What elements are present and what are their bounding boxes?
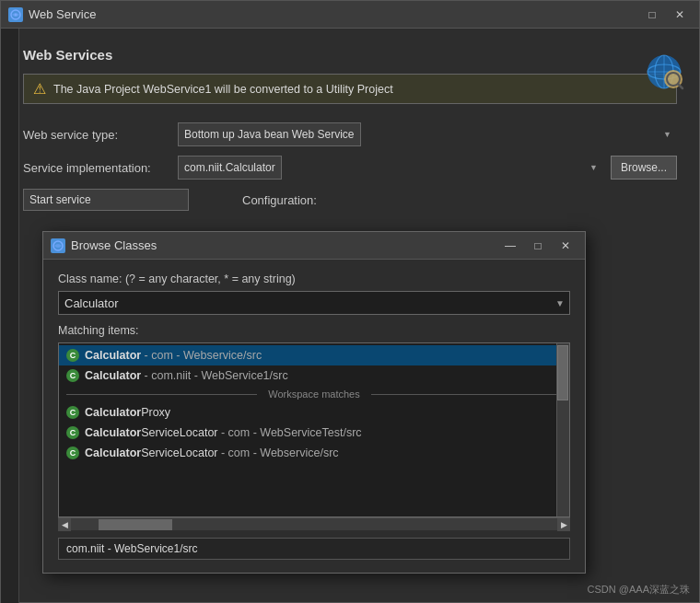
result-text: CalculatorServiceLocator - com - WebServ… bbox=[85, 426, 362, 439]
main-content: Web Services ⚠ The Java Project WebServi… bbox=[1, 29, 699, 229]
result-item[interactable]: C CalculatorServiceLocator - com - WebSe… bbox=[59, 423, 569, 443]
dialog-close-button[interactable]: ✕ bbox=[554, 237, 578, 255]
vertical-scrollbar-track bbox=[556, 343, 569, 516]
bottom-selected-item: com.niit - WebService1/src bbox=[58, 538, 570, 560]
class-name-input[interactable] bbox=[58, 291, 570, 315]
results-container: C Calculator - com - Webservice/src C Ca… bbox=[58, 342, 570, 517]
config-area: Configuration: bbox=[23, 189, 677, 211]
result-text: CalculatorServiceLocator - com - Webserv… bbox=[85, 446, 339, 459]
result-text: Calculator - com - Webservice/src bbox=[85, 349, 262, 362]
service-impl-wrapper: com.niit.Calculator bbox=[178, 156, 603, 180]
warning-icon: ⚠ bbox=[33, 80, 46, 98]
sidebar-strip bbox=[1, 29, 19, 603]
service-impl-row: Service implementation: com.niit.Calcula… bbox=[23, 156, 677, 180]
matching-items-label: Matching items: bbox=[58, 324, 570, 337]
web-service-type-wrapper: Bottom up Java bean Web Service bbox=[178, 122, 677, 146]
vertical-scrollbar-thumb[interactable] bbox=[557, 345, 568, 400]
section-title: Web Services bbox=[23, 47, 677, 63]
main-title-controls: □ ✕ bbox=[640, 6, 692, 24]
result-text: Calculator - com.niit - WebService1/src bbox=[85, 369, 288, 382]
class-name-label: Class name: (? = any character, * = any … bbox=[58, 273, 570, 285]
web-service-type-select[interactable]: Bottom up Java bean Web Service bbox=[178, 122, 361, 146]
service-impl-label: Service implementation: bbox=[23, 161, 170, 175]
scroll-right-button[interactable]: ▶ bbox=[557, 518, 570, 531]
warning-text: The Java Project WebService1 will be con… bbox=[53, 83, 393, 96]
close-button[interactable]: ✕ bbox=[668, 6, 692, 24]
result-icon: C bbox=[66, 446, 79, 459]
main-title-bar: Web Service □ ✕ bbox=[1, 1, 699, 29]
svg-line-9 bbox=[678, 84, 682, 88]
svg-point-1 bbox=[15, 13, 18, 16]
dialog-minimize-button[interactable]: — bbox=[498, 237, 522, 255]
dialog-content: Class name: (? = any character, * = any … bbox=[43, 260, 585, 573]
input-dropdown-arrow: ▼ bbox=[555, 298, 565, 308]
results-list: C Calculator - com - Webservice/src C Ca… bbox=[59, 343, 569, 516]
result-icon: C bbox=[66, 369, 79, 382]
horizontal-scrollbar-thumb[interactable] bbox=[99, 519, 172, 530]
horizontal-scrollbar-track bbox=[71, 518, 557, 530]
main-title-icon bbox=[8, 7, 23, 22]
result-item[interactable]: C Calculator - com.niit - WebService1/sr… bbox=[59, 365, 569, 386]
workspace-separator: Workspace matches bbox=[59, 386, 569, 402]
scroll-left-button[interactable]: ◀ bbox=[58, 518, 71, 531]
main-window: Web Service □ ✕ Web Services ⚠ The Java … bbox=[0, 0, 700, 603]
main-title-text: Web Service bbox=[29, 7, 96, 21]
dialog-title-bar: Browse Classes — □ ✕ bbox=[43, 232, 585, 260]
result-icon: C bbox=[66, 349, 79, 362]
horizontal-scroll-area: ◀ ▶ bbox=[58, 517, 570, 530]
web-service-type-label: Web service type: bbox=[23, 128, 170, 142]
start-service-input[interactable] bbox=[23, 189, 189, 211]
result-item[interactable]: C CalculatorServiceLocator - com - Webse… bbox=[59, 443, 569, 463]
class-name-input-wrapper: ▼ bbox=[58, 291, 570, 315]
web-service-type-row: Web service type: Bottom up Java bean We… bbox=[23, 122, 677, 146]
browse-button[interactable]: Browse... bbox=[611, 156, 677, 180]
dialog-title-text: Browse Classes bbox=[71, 238, 157, 252]
dialog-maximize-button[interactable]: □ bbox=[526, 237, 550, 255]
result-text: CalculatorProxy bbox=[85, 406, 170, 419]
result-icon: C bbox=[66, 406, 79, 419]
globe-icon-area bbox=[644, 52, 684, 95]
watermark: CSDN @AAA深蓝之珠 bbox=[588, 583, 690, 597]
warning-bar: ⚠ The Java Project WebService1 will be c… bbox=[23, 74, 677, 104]
minimize-button[interactable]: □ bbox=[640, 6, 664, 24]
browse-dialog: Browse Classes — □ ✕ Class name: (? = an… bbox=[42, 231, 586, 574]
result-item[interactable]: C Calculator - com - Webservice/src bbox=[59, 345, 569, 365]
dialog-title-icon bbox=[51, 238, 65, 253]
result-icon: C bbox=[66, 426, 79, 439]
service-impl-select[interactable]: com.niit.Calculator bbox=[178, 156, 282, 180]
result-item[interactable]: C CalculatorProxy bbox=[59, 402, 569, 423]
configuration-label: Configuration: bbox=[242, 193, 317, 207]
